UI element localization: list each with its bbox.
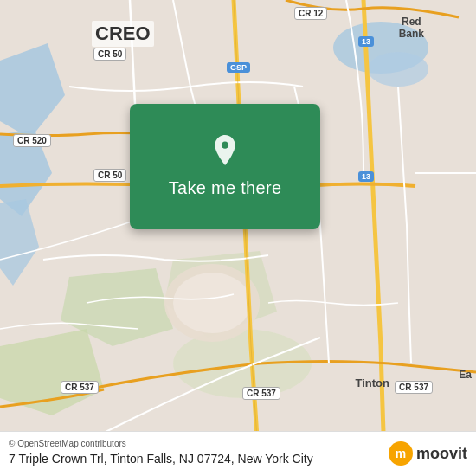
map-container: CR 12 CR 50 CR 520 CR 50 GSP GSP 13 13 C… <box>0 0 476 476</box>
cr13-top-label: 13 <box>358 36 374 47</box>
osm-logo: © OpenStreetMap contributors <box>9 439 126 448</box>
moovit-logo: m moovit <box>389 441 467 466</box>
moovit-text: moovit <box>416 445 467 463</box>
creo-label: CREO <box>92 21 154 47</box>
cr12-label: CR 12 <box>294 7 327 20</box>
location-pin-icon <box>208 135 242 170</box>
cr537-mid-label: CR 537 <box>242 387 280 400</box>
svg-point-11 <box>173 273 251 333</box>
svg-point-16 <box>368 52 428 87</box>
take-me-there-label: Take me there <box>169 178 282 198</box>
cr537-left-label: CR 537 <box>61 381 99 394</box>
cr13-mid-label: 13 <box>358 171 374 182</box>
tinton-label: Tinton <box>356 376 389 389</box>
gsp-top-label: GSP <box>227 62 250 73</box>
red-bank-label: RedBank <box>399 16 424 41</box>
cr520-label: CR 520 <box>13 134 51 147</box>
moovit-icon: m <box>389 441 413 466</box>
cr537-right-label: CR 537 <box>395 381 433 394</box>
city-text: City <box>293 452 313 466</box>
take-me-there-button[interactable]: Take me there <box>130 104 320 229</box>
cr50-top-label: CR 50 <box>93 48 126 61</box>
svg-point-17 <box>222 142 228 149</box>
cr50-mid-label: CR 50 <box>93 169 126 182</box>
ea-label: Ea <box>459 369 472 381</box>
address-text: 7 Triple Crown Trl, Tinton Falls, NJ 077… <box>9 452 289 466</box>
